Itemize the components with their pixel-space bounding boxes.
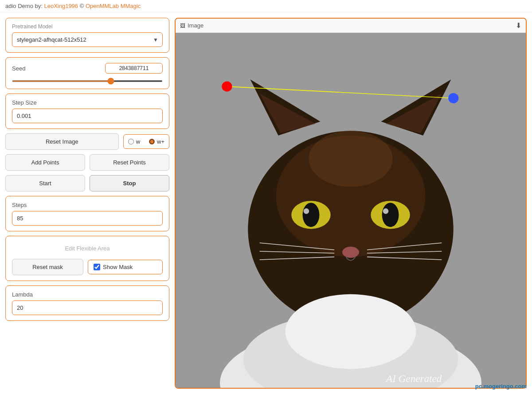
lambda-card: Lambda 20 (5, 285, 169, 321)
mask-row: Reset mask Show Mask (12, 259, 163, 275)
svg-point-26 (448, 93, 458, 103)
topbar-prefix: adio Demo by: (5, 3, 44, 9)
steps-card: Steps 85 (5, 196, 169, 231)
svg-point-22 (309, 131, 393, 187)
steps-label: Steps (12, 202, 163, 208)
svg-point-12 (382, 203, 399, 227)
w-radio-option[interactable]: w (124, 135, 145, 148)
svg-point-25 (222, 82, 232, 92)
show-mask-label[interactable]: Show Mask (88, 260, 163, 274)
pretrained-model-dropdown-wrapper: stylegan2-afhqcat-512x512 stylegan2-ffhq… (12, 32, 163, 47)
svg-point-11 (303, 203, 320, 227)
step-size-input[interactable]: 0.001 (12, 109, 163, 123)
topbar-separator: © (78, 3, 86, 9)
left-panel: Pretrained Model stylegan2-afhqcat-512x5… (5, 18, 169, 321)
w-label: w (136, 138, 140, 145)
image-container[interactable]: AI Generated (176, 33, 526, 388)
watermark: pc.mogeringo.com (475, 383, 527, 390)
reset-points-button[interactable]: Reset Points (90, 154, 169, 171)
cat-image-svg: AI Generated (176, 33, 526, 388)
start-button[interactable]: Start (5, 175, 85, 191)
seed-label: Seed (12, 65, 25, 72)
reset-image-button[interactable]: Reset Image (5, 133, 119, 150)
main-layout: Pretrained Model stylegan2-afhqcat-512x5… (0, 12, 532, 394)
w-plus-radio-option[interactable]: w+ (145, 135, 169, 148)
pretrained-model-card: Pretrained Model stylegan2-afhqcat-512x5… (5, 18, 169, 53)
reset-w-row: Reset Image w w+ (5, 133, 169, 150)
image-icon: 🖼 (180, 23, 185, 29)
seed-value: 2843887711 (105, 63, 163, 74)
seed-slider-wrapper (12, 76, 163, 83)
image-panel: 🖼 Image ⬇ (175, 18, 527, 389)
step-size-card: Step Size 0.001 (5, 94, 169, 129)
show-mask-checkbox[interactable] (94, 264, 100, 270)
svg-point-14 (383, 208, 389, 214)
download-icon[interactable]: ⬇ (516, 21, 521, 30)
seed-slider[interactable] (12, 80, 163, 82)
org-link[interactable]: OpenMMLab MMagic (86, 3, 141, 9)
points-row: Add Points Reset Points (5, 154, 169, 171)
seed-row: Seed 2843887711 (12, 63, 163, 74)
image-panel-header: 🖼 Image ⬇ (176, 19, 526, 33)
image-title-text: Image (188, 22, 203, 29)
lambda-input[interactable]: 20 (12, 300, 163, 315)
edit-flexible-area-card: Edit Flexible Area Reset mask Show Mask (5, 236, 169, 281)
svg-point-13 (304, 208, 309, 214)
stop-button[interactable]: Stop (90, 175, 169, 191)
lambda-label: Lambda (12, 291, 163, 298)
pretrained-model-select[interactable]: stylegan2-afhqcat-512x512 stylegan2-ffhq… (12, 32, 163, 47)
top-bar: adio Demo by: LeoXing1996 © OpenMMLab MM… (0, 0, 532, 12)
pretrained-model-label: Pretrained Model (12, 23, 163, 30)
image-panel-title: 🖼 Image (180, 22, 203, 29)
ai-generated-badge: AI Generated (385, 373, 442, 384)
seed-card: Seed 2843887711 (5, 57, 169, 89)
edit-flexible-area-label: Edit Flexible Area (12, 242, 163, 255)
svg-point-23 (286, 294, 416, 369)
step-size-label: Step Size (12, 99, 163, 106)
show-mask-text: Show Mask (103, 264, 133, 270)
w-plus-radio[interactable] (149, 139, 155, 144)
w-radio-group: w w+ (123, 134, 169, 149)
w-plus-label: w+ (157, 138, 164, 145)
add-points-button[interactable]: Add Points (5, 154, 85, 171)
w-radio[interactable] (128, 139, 134, 144)
svg-point-15 (342, 246, 359, 257)
steps-input[interactable]: 85 (12, 211, 163, 226)
reset-mask-button[interactable]: Reset mask (12, 259, 83, 275)
start-stop-row: Start Stop (5, 175, 169, 191)
author-link[interactable]: LeoXing1996 (44, 3, 78, 9)
